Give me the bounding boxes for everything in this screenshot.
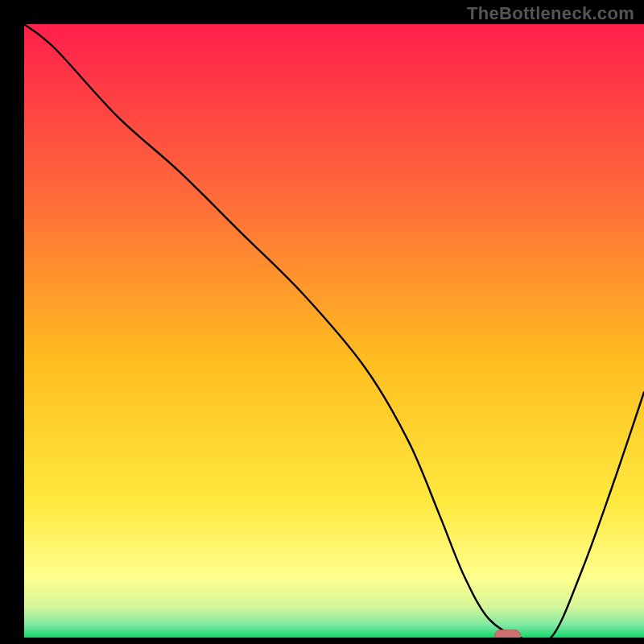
frame-left xyxy=(0,0,24,644)
chart-container: TheBottleneck.com xyxy=(0,0,644,644)
watermark-text: TheBottleneck.com xyxy=(467,3,634,24)
frame-bottom xyxy=(0,638,644,644)
chart-svg xyxy=(0,0,644,644)
